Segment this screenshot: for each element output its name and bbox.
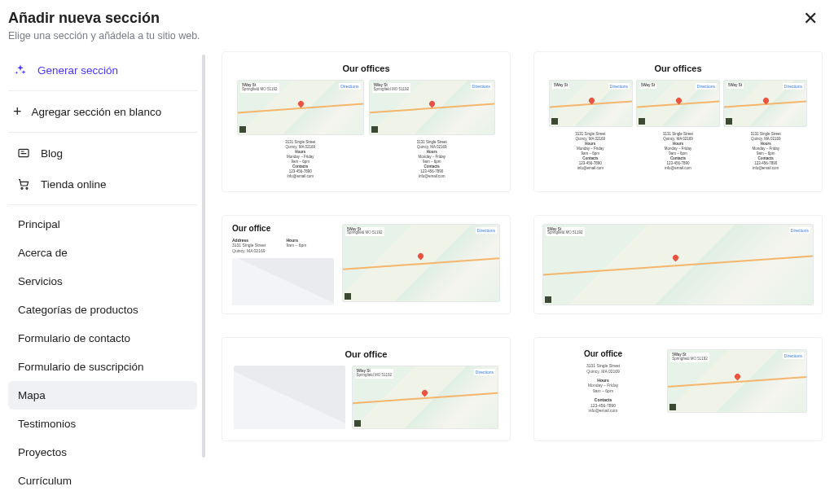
template-card-offices-3col[interactable]: Our offices 5Way StDirections 5Way StDir… — [533, 51, 823, 192]
map-directions: Directions — [471, 83, 492, 90]
sidebar-item-blog[interactable]: Blog — [8, 138, 197, 169]
sidebar-cat-proyectos[interactable]: Proyectos — [8, 438, 197, 467]
card-text-col: Our office 3131 Single StreetQuincy, MA … — [549, 349, 657, 417]
close-button[interactable]: ✕ — [801, 10, 819, 28]
sidebar-item-label: Principal — [18, 218, 60, 230]
card-title: Our offices — [654, 64, 701, 73]
sidebar-item-label: Categorías de productos — [18, 304, 138, 316]
modal-body: Generar sección + Agregar sección en bla… — [0, 46, 834, 502]
add-blank-label: Agregar sección en blanco — [32, 106, 162, 118]
office-info: 3131 Single StreetQuincy, MA 02169 Hours… — [237, 140, 364, 180]
card-right-col: 5Way StSpringfield MO 51192 Directions — [342, 224, 500, 302]
svg-rect-0 — [19, 149, 29, 156]
map-preview: 5Way StSpringfield MO 51192 Directions — [542, 224, 814, 306]
sidebar-item-label: Acerca de — [18, 247, 68, 259]
card-title: Our offices — [342, 64, 389, 73]
sidebar-item-label: Testimonios — [18, 418, 76, 430]
close-icon: ✕ — [803, 8, 818, 28]
sidebar-item-label: Formulario de suscripción — [18, 361, 144, 373]
svg-point-1 — [21, 187, 23, 189]
blog-icon — [16, 146, 31, 160]
sidebar-item-label: Formulario de contacto — [18, 332, 130, 344]
modal-title: Añadir nueva sección — [8, 10, 200, 27]
cart-icon — [16, 177, 31, 191]
sidebar-scrollbar[interactable] — [202, 55, 205, 458]
sidebar-cat-contacto[interactable]: Formulario de contacto — [8, 324, 197, 353]
sidebar-cat-curriculum[interactable]: Currículum — [8, 467, 197, 495]
sidebar-item-label: Proyectos — [18, 446, 67, 458]
sidebar-cat-servicios[interactable]: Servicios — [8, 267, 197, 296]
map-preview: 5Way StSpringfield MO 51192 Directions — [352, 366, 499, 429]
header-text: Añadir nueva sección Elige una sección y… — [8, 10, 200, 42]
map-preview: 5Way StSpringfield MO 51192 Directions — [342, 224, 500, 302]
image-placeholder — [232, 258, 334, 305]
office-hours: HoursMonday – Friday9am – 6pm — [549, 378, 657, 394]
modal-header: Añadir nueva sección Elige una sección y… — [0, 0, 834, 46]
map-preview: 5Way StSpringfield MO 51192 Directions — [667, 349, 807, 413]
sidebar-item-label: Currículum — [18, 475, 72, 487]
sidebar-cat-testimonios[interactable]: Testimonios — [8, 410, 197, 438]
offices-info-row: 3131 Single StreetQuincy, MA 02169 Hours… — [237, 140, 495, 180]
office-address: 3131 Single StreetQuincy, MA 02169 — [549, 363, 657, 375]
sidebar-cat-productos[interactable]: Categorías de productos — [8, 296, 197, 324]
card-title: Our office — [345, 349, 388, 359]
sidebar: Generar sección + Agregar sección en bla… — [0, 46, 205, 502]
map-directions: Directions — [339, 83, 360, 90]
map-preview: 5Way StDirections — [636, 80, 720, 127]
sidebar-item-label: Blog — [41, 147, 63, 160]
office-info: 3131 Single StreetQuincy, MA 02169 Hours… — [724, 132, 807, 172]
card-title: Our office — [232, 224, 334, 233]
maps-row: 5Way StSpringfield MO 51192 Directions 5… — [237, 80, 495, 135]
template-card-office-split[interactable]: Our office Address3131 Single StreetQuin… — [222, 215, 511, 315]
google-logo-icon — [371, 126, 378, 133]
card-title: Our office — [549, 349, 657, 358]
svg-point-2 — [26, 187, 28, 189]
map-tooltip: 5Way StSpringfield MO 51192 — [240, 83, 279, 93]
map-preview: 5Way StDirections — [723, 80, 807, 127]
maps-row: 5Way StDirections 5Way StDirections 5Way… — [549, 80, 807, 127]
image-placeholder — [234, 366, 345, 429]
office-info-grid: Address3131 Single StreetQuincy, MA 0216… — [232, 238, 334, 254]
sidebar-cat-acerca[interactable]: Acerca de — [8, 239, 197, 267]
map-tooltip: 5Way StSpringfield MO 51192 — [372, 83, 411, 93]
sidebar-cat-principal[interactable]: Principal — [8, 210, 197, 239]
template-card-offices-2col[interactable]: Our offices 5Way StSpringfield MO 51192 … — [222, 51, 511, 192]
divider — [8, 132, 197, 133]
sidebar-item-store[interactable]: Tienda online — [8, 169, 197, 199]
sidebar-item-label: Tienda online — [41, 178, 107, 191]
office-info: 3131 Single StreetQuincy, MA 02169 Hours… — [637, 132, 720, 172]
sidebar-cat-mapa[interactable]: Mapa — [8, 381, 197, 410]
template-card-office-image-map[interactable]: Our office 5Way StSpringfield MO 51192 D… — [222, 337, 511, 441]
generate-section-label: Generar sección — [37, 64, 118, 77]
modal-subtitle: Elige una sección y añádela a tu sitio w… — [8, 30, 200, 42]
add-blank-section-button[interactable]: + Agregar sección en blanco — [8, 96, 197, 127]
divider — [8, 204, 197, 205]
map-preview: 5Way StSpringfield MO 51192 Directions — [369, 80, 496, 135]
sidebar-item-label: Mapa — [18, 389, 46, 401]
template-grid: Our offices 5Way StSpringfield MO 51192 … — [205, 46, 834, 502]
divider — [8, 90, 197, 91]
office-info: 3131 Single StreetQuincy, MA 02169 Hours… — [369, 140, 496, 180]
plus-icon: + — [13, 104, 22, 119]
offices-info-row: 3131 Single StreetQuincy, MA 02169 Hours… — [549, 132, 807, 172]
generate-section-button[interactable]: Generar sección — [8, 55, 197, 85]
map-preview: 5Way StSpringfield MO 51192 Directions — [237, 80, 364, 135]
map-preview: 5Way StDirections — [549, 80, 633, 127]
sidebar-cat-suscripcion[interactable]: Formulario de suscripción — [8, 353, 197, 381]
office-contacts: Contacts123-456-7890info@email.com — [549, 397, 657, 414]
template-card-map-full[interactable]: 5Way StSpringfield MO 51192 Directions — [533, 215, 823, 315]
card-row: 5Way StSpringfield MO 51192 Directions — [234, 366, 498, 429]
card-left-col: Our office Address3131 Single StreetQuin… — [232, 224, 334, 306]
template-card-office-text-map[interactable]: Our office 3131 Single StreetQuincy, MA … — [533, 337, 823, 441]
office-info: 3131 Single StreetQuincy, MA 02169 Hours… — [549, 132, 632, 172]
google-logo-icon — [239, 126, 246, 133]
sidebar-item-label: Servicios — [18, 275, 63, 287]
sparkle-icon — [13, 63, 28, 77]
